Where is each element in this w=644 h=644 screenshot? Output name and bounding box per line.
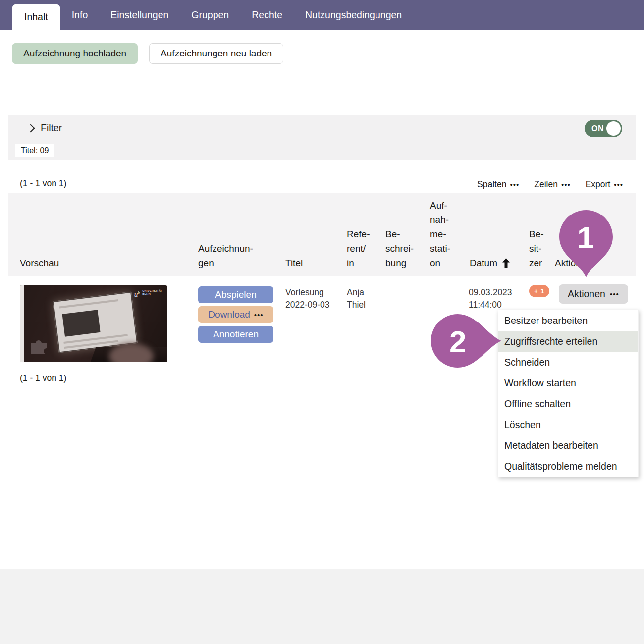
columns-label: Spalten [477, 179, 506, 190]
video-player-area [62, 310, 100, 336]
tab-gruppen[interactable]: Gruppen [180, 0, 240, 30]
result-count-top: (1 - 1 von 1) [20, 178, 66, 189]
menu-item-besitzer-bearbeiten[interactable]: Besitzer bearbeiten [498, 310, 638, 331]
annotate-button[interactable]: Annotieren [198, 326, 273, 343]
menu-item-qualitaetsprobleme-melden[interactable]: Qualitätsprobleme melden [498, 456, 638, 477]
cell-referent: Anja Thiel [347, 286, 377, 311]
column-header-aufnahmestation[interactable]: Auf- nah- me- stati- on [430, 198, 450, 270]
result-count-bottom: (1 - 1 von 1) [20, 373, 66, 383]
filter-chip-titel[interactable]: Titel: 09 [15, 144, 54, 157]
tab-info[interactable]: Info [60, 0, 100, 30]
menu-item-workflow-starten[interactable]: Workflow starten [498, 373, 638, 393]
datum-label: Datum [470, 256, 497, 270]
step-marker-1: 1 [558, 209, 614, 278]
sort-ascending-icon[interactable] [502, 258, 510, 268]
table-header: Vorschau Aufzeichnun- gen Titel Refe- re… [8, 193, 636, 276]
filter-expander[interactable]: Filter [28, 122, 62, 134]
toolbar: Aufzeichnung hochladen Aufzeichnungen ne… [12, 43, 283, 64]
tab-inhalt[interactable]: Inhalt [12, 4, 60, 30]
menu-item-schneiden[interactable]: Schneiden [498, 352, 638, 373]
upload-recording-button[interactable]: Aufzeichnung hochladen [12, 43, 138, 64]
universitaet-bern-logo: ub UNIVERSITÄT BERN [134, 289, 162, 298]
column-header-titel[interactable]: Titel [285, 256, 303, 270]
puzzle-piece-icon [29, 336, 52, 356]
download-label: Download [208, 309, 250, 320]
ellipsis-icon: ••• [510, 180, 519, 189]
recording-buttons: Abspielen Download ••• Annotieren [198, 286, 273, 343]
step-marker-1-number: 1 [577, 220, 594, 255]
besitzer-badge[interactable]: + 1 [529, 285, 549, 297]
ellipsis-icon: ••• [254, 311, 264, 319]
column-header-aufzeichnungen: Aufzeichnun- gen [198, 241, 253, 270]
menu-item-zugriffsrechte-erteilen[interactable]: Zugriffsrechte erteilen [498, 331, 638, 352]
reload-recordings-button[interactable]: Aufzeichnungen neu laden [149, 43, 283, 64]
toggle-knob[interactable] [606, 121, 621, 136]
filter-panel: Filter Titel: 09 ON [8, 115, 636, 160]
column-header-referent[interactable]: Refe- rent/ in [347, 227, 370, 270]
step-marker-2: 2 [430, 313, 502, 369]
screen-line [59, 299, 119, 309]
column-header-datum[interactable]: Datum [470, 256, 510, 270]
rows-label: Zeilen [534, 179, 558, 190]
export-label: Export [586, 179, 611, 190]
tab-rechte[interactable]: Rechte [240, 0, 294, 30]
ellipsis-icon: ••• [610, 290, 619, 298]
export-menu-button[interactable]: Export ••• [586, 179, 623, 190]
rows-menu-button[interactable]: Zeilen ••• [534, 179, 570, 190]
download-button[interactable]: Download ••• [198, 306, 273, 323]
row-actions-button[interactable]: Aktionen ••• [559, 284, 628, 304]
column-header-besitzer[interactable]: Be- sit- zer [529, 227, 544, 270]
ellipsis-icon: ••• [614, 180, 623, 189]
actions-dropdown-menu: Besitzer bearbeiten Zugriffsrechte ertei… [498, 310, 639, 477]
video-thumbnail[interactable]: ub UNIVERSITÄT BERN [20, 285, 167, 362]
menu-item-metadaten-bearbeiten[interactable]: Metadaten bearbeiten [498, 435, 638, 456]
tab-nutzungsbedingungen[interactable]: Nutzungsbedingungen [294, 0, 413, 30]
chevron-right-icon [27, 124, 35, 132]
thumbnail-edge [20, 285, 24, 362]
menu-item-offline-schalten[interactable]: Offline schalten [498, 393, 638, 414]
column-header-beschreibung[interactable]: Be- schrei- bung [385, 227, 414, 270]
columns-menu-button[interactable]: Spalten ••• [477, 179, 519, 190]
step-marker-2-number: 2 [449, 324, 466, 359]
filter-label: Filter [41, 122, 62, 134]
filter-toggle[interactable]: ON [585, 120, 622, 137]
top-navigation: Inhalt Info Einstellungen Gruppen Rechte… [0, 0, 644, 30]
list-controls: Spalten ••• Zeilen ••• Export ••• [477, 179, 623, 190]
menu-item-loeschen[interactable]: Löschen [498, 414, 638, 435]
play-button[interactable]: Abspielen [198, 286, 273, 303]
actions-label: Aktionen [568, 288, 605, 300]
hand-shape [109, 343, 154, 362]
footer-band [0, 569, 644, 644]
ellipsis-icon: ••• [561, 180, 571, 189]
cell-titel: Vorlesung 2022-09-03 [285, 286, 335, 311]
column-header-vorschau: Vorschau [20, 256, 59, 270]
toggle-on-label: ON [591, 124, 604, 133]
cell-datum: 09.03.2023 11:44:00 [469, 286, 524, 311]
tab-einstellungen[interactable]: Einstellungen [99, 0, 180, 30]
